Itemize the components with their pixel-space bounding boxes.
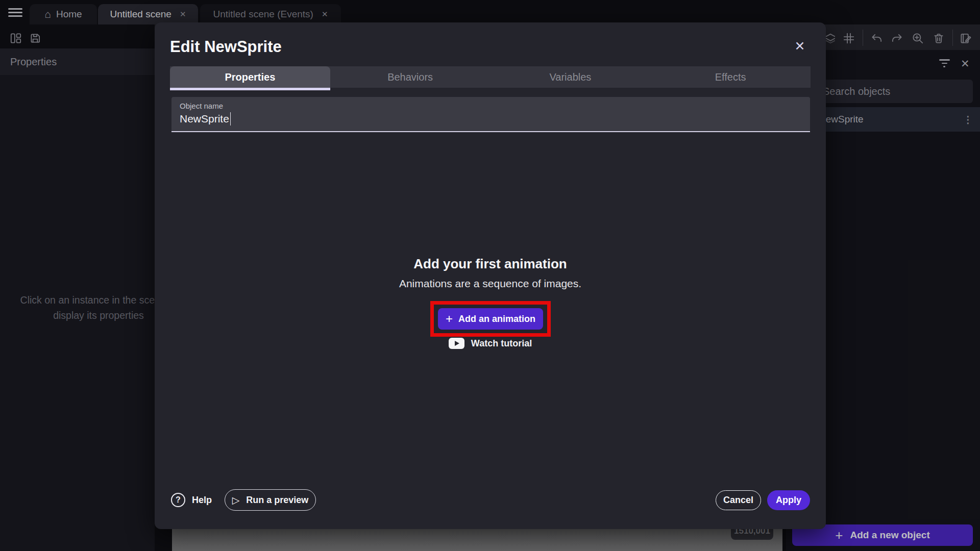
object-name-field-label: Object name <box>180 102 223 110</box>
dialog-close-icon[interactable]: ✕ <box>790 36 810 56</box>
cancel-button[interactable]: Cancel <box>716 490 761 510</box>
dialog-tab-strip: Properties Behaviors Variables Effects <box>170 66 811 90</box>
watch-tutorial-link[interactable]: Watch tutorial <box>155 338 826 349</box>
dialog-tab-properties[interactable]: Properties <box>170 66 330 90</box>
add-animation-button[interactable]: + Add an animation <box>438 308 543 330</box>
apply-button[interactable]: Apply <box>767 490 810 510</box>
empty-state-heading: Add your first animation <box>155 256 826 272</box>
empty-state-subtitle: Animations are a sequence of images. <box>155 278 826 290</box>
dialog-tab-behaviors[interactable]: Behaviors <box>330 66 491 88</box>
help-question-icon: ? <box>171 493 185 507</box>
dialog-title: Edit NewSprite <box>170 38 282 56</box>
object-name-field[interactable]: Object name NewSprite <box>172 97 810 132</box>
play-icon: ▷ <box>232 494 240 506</box>
youtube-icon <box>449 338 464 349</box>
run-preview-button[interactable]: ▷ Run a preview <box>225 489 316 511</box>
gdevelop-editor: ⌂ Home Untitled scene ✕ Untitled scene (… <box>0 0 980 551</box>
object-name-field-value: NewSprite <box>180 113 229 125</box>
dialog-tab-effects[interactable]: Effects <box>650 66 811 88</box>
help-button[interactable]: ? Help <box>171 490 212 510</box>
plus-icon: + <box>446 312 453 326</box>
edit-object-dialog: Edit NewSprite ✕ Properties Behaviors Va… <box>155 22 826 529</box>
text-cursor <box>230 112 231 126</box>
dialog-tab-variables[interactable]: Variables <box>491 66 651 88</box>
